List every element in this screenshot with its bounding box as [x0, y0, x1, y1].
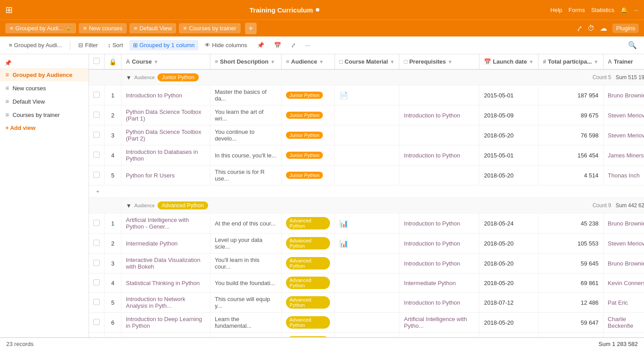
sidebar-item-default-view[interactable]: ≡ Default View [0, 95, 89, 108]
row-check[interactable] [89, 145, 105, 165]
row-prereq[interactable]: Introduction to Python [399, 145, 479, 165]
cloud-icon[interactable]: ☁ [600, 24, 607, 32]
help-link[interactable]: Help [551, 7, 563, 13]
row-checkbox[interactable] [93, 132, 100, 138]
table-row[interactable]: 1 Introduction to Python Master the basi… [89, 85, 644, 105]
tab-new-courses[interactable]: ≡ New courses [79, 23, 127, 33]
row-course[interactable]: Interactive Data Visualization with Boke… [121, 253, 210, 274]
row-checkbox[interactable] [93, 172, 100, 178]
sidebar-item-new-courses[interactable]: ≡ New courses [0, 81, 89, 95]
pin-btn[interactable]: 📌 [254, 40, 268, 50]
row-check[interactable] [89, 333, 105, 338]
col-header-audience[interactable]: ≡ Audience ▼ [282, 54, 335, 69]
row-checkbox[interactable] [93, 260, 100, 266]
grouped-by-audience-btn[interactable]: ≡ Grouped by Audi... [5, 40, 65, 50]
row-trainer[interactable]: Philip Brazer [603, 333, 644, 338]
plugins-label[interactable]: Plugins [612, 24, 639, 33]
row-check[interactable] [89, 165, 105, 185]
row-course[interactable]: Introduction to Python [121, 85, 210, 105]
search-btn[interactable]: 🔍 [626, 39, 639, 51]
row-checkbox[interactable] [93, 240, 100, 246]
row-checkbox[interactable] [93, 112, 100, 118]
row-course[interactable]: Python Data Science Toolbox (Part 1) [121, 105, 210, 125]
group-collapse-btn[interactable]: ▼ [126, 202, 132, 209]
group-collapse-btn[interactable]: ▼ [126, 74, 132, 81]
col-header-short-desc[interactable]: ≡ Short Description ▼ [210, 54, 282, 69]
row-checkbox[interactable] [93, 220, 100, 226]
row-prereq[interactable]: Introduction to Python [399, 213, 479, 233]
table-row[interactable]: 7 Unsupervised Learning in Python Learn … [89, 333, 644, 338]
table-row[interactable]: 1 Artificial Intelligence with Python - … [89, 213, 644, 233]
table-row[interactable]: 4 Introduction to Databases in Python In… [89, 145, 644, 165]
row-prereq[interactable]: Introduction to Python [399, 105, 479, 125]
table-row[interactable]: 6 Introduction to Deep Learning in Pytho… [89, 313, 644, 333]
row-trainer[interactable]: Bruno Brownie [603, 253, 644, 274]
row-prereq[interactable] [399, 333, 479, 338]
row-check[interactable] [89, 313, 105, 333]
table-row[interactable]: 3 Interactive Data Visualization with Bo… [89, 253, 644, 274]
col-header-total[interactable]: # Total participa... ▼ [538, 54, 603, 69]
more-btn[interactable]: ··· [302, 40, 314, 50]
sort-btn[interactable]: ↕ Sort [104, 40, 126, 50]
table-row[interactable]: 3 Python Data Science Toolbox (Part 2) Y… [89, 125, 644, 145]
row-course[interactable]: Introduction to Network Analysis in Pyth… [121, 293, 210, 313]
row-course[interactable]: Introduction to Deep Learning in Python [121, 313, 210, 333]
row-check[interactable] [89, 274, 105, 293]
row-course[interactable]: Unsupervised Learning in Python [121, 333, 210, 338]
row-checkbox[interactable] [93, 152, 100, 158]
row-check[interactable] [89, 213, 105, 233]
row-trainer[interactable]: Kevin Conners [603, 274, 644, 293]
table-row[interactable]: 2 Python Data Science Toolbox (Part 1) Y… [89, 105, 644, 125]
notifications-icon[interactable]: 🔔 [620, 7, 628, 13]
row-prereq[interactable]: Introduction to Python [399, 253, 479, 274]
sidebar-item-courses-trainer[interactable]: ≡ Courses by trainer [0, 108, 89, 121]
add-row-cell[interactable]: + [89, 185, 644, 198]
row-trainer[interactable]: Bruno Brownie [603, 85, 644, 105]
row-check[interactable] [89, 125, 105, 145]
row-trainer[interactable]: Charlie Beckenfie [603, 313, 644, 333]
calendar-btn[interactable]: 📅 [270, 40, 285, 50]
share-icon[interactable]: ⤤ [576, 24, 582, 32]
grouped-by-column-btn[interactable]: ⊞ Grouped by 1 column [129, 40, 198, 50]
row-prereq[interactable] [399, 125, 479, 145]
grid-icon[interactable]: ⊞ [5, 4, 13, 15]
row-course[interactable]: Artificial Intelligence with Python - Ge… [121, 213, 210, 233]
row-check[interactable] [89, 105, 105, 125]
history-icon[interactable]: ⏱ [588, 24, 595, 32]
tab-grouped-audience[interactable]: ≡ Grouped by Audi... 🔒 [5, 23, 76, 33]
row-trainer[interactable]: Thonas Inch [603, 165, 644, 185]
row-checkbox[interactable] [93, 92, 100, 98]
row-check[interactable] [89, 253, 105, 274]
col-header-material[interactable]: □ Course Material ▼ [335, 54, 399, 69]
add-row[interactable]: + [89, 185, 644, 198]
row-check[interactable] [89, 293, 105, 313]
row-checkbox[interactable] [93, 299, 100, 305]
row-course[interactable]: Intermediate Python [121, 233, 210, 253]
row-trainer[interactable]: Steven Meriovic [603, 105, 644, 125]
row-checkbox[interactable] [93, 279, 100, 286]
row-prereq[interactable]: Introduction to Python [399, 233, 479, 253]
row-trainer[interactable]: Bruno Brownie [603, 213, 644, 233]
header-checkbox[interactable] [93, 58, 100, 64]
row-course[interactable]: Python for R Users [121, 165, 210, 185]
row-prereq[interactable] [399, 165, 479, 185]
row-trainer[interactable]: Steven Meriovic [603, 125, 644, 145]
share-btn[interactable]: ⤤ [287, 40, 299, 50]
row-prereq[interactable]: Introduction to Python [399, 293, 479, 313]
row-check[interactable] [89, 233, 105, 253]
row-trainer[interactable]: James Miners [603, 145, 644, 165]
col-header-prereq[interactable]: □ Prerequisites ▼ [399, 54, 479, 69]
row-check[interactable] [89, 85, 105, 105]
row-checkbox[interactable] [93, 319, 100, 325]
forms-link[interactable]: Forms [568, 7, 585, 13]
row-course[interactable]: Introduction to Databases in Python [121, 145, 210, 165]
row-course[interactable]: Statistical Thinking in Python [121, 274, 210, 293]
row-course[interactable]: Python Data Science Toolbox (Part 2) [121, 125, 210, 145]
row-prereq[interactable]: Artificial Intelligence with Pytho... [399, 313, 479, 333]
row-trainer[interactable]: Pat Eric [603, 293, 644, 313]
table-row[interactable]: 4 Statistical Thinking in Python You bui… [89, 274, 644, 293]
table-row[interactable]: 5 Introduction to Network Analysis in Py… [89, 293, 644, 313]
filter-btn[interactable]: ⊟ Filter [75, 40, 101, 50]
table-row[interactable]: 5 Python for R Users This course is for … [89, 165, 644, 185]
sidebar-item-grouped-audience[interactable]: ≡ Grouped by Audience [0, 68, 89, 81]
